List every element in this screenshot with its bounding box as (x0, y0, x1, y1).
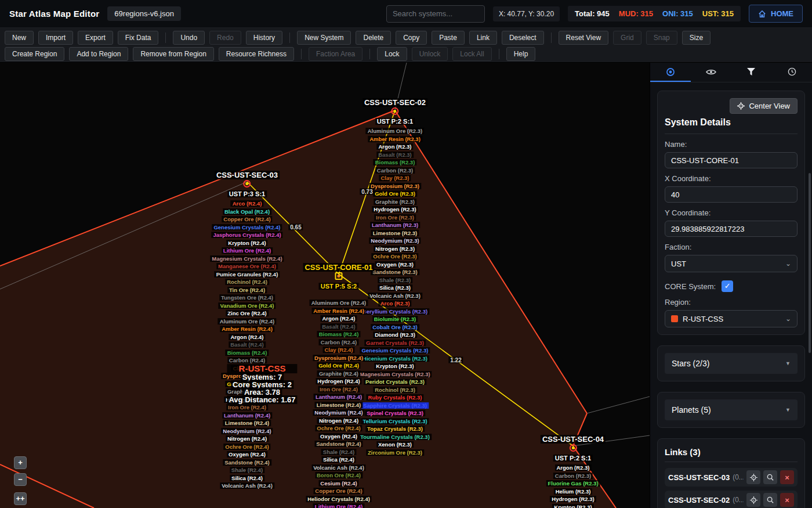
link-distance: (0.... (733, 496, 744, 504)
system-summary: UST P:2 S:1 (541, 455, 606, 462)
core-system-marker[interactable] (335, 272, 343, 280)
resource-item: Silica (R2.4) (210, 474, 284, 482)
toolbar-button-new-system[interactable]: New System (297, 31, 351, 45)
system-css-ust-core-01[interactable]: CSS-UST-CORE-01UST P:5 S:2Aluminum Ore (… (303, 264, 374, 508)
toolbar-button-lock[interactable]: Lock (377, 47, 407, 61)
divider (665, 462, 798, 462)
y-coordinate-input[interactable] (665, 221, 798, 237)
zoom-fit-button[interactable]: ++ (14, 492, 27, 505)
planets-section-header[interactable]: Planets (5) ▼ (665, 399, 798, 420)
system-css-ust-sec-03[interactable]: CSS-UST-SEC-03UST P:3 S:1Arco (R2.4)Blac… (210, 171, 284, 489)
system-name: CSS-UST-SEC-03 (210, 171, 284, 179)
resource-item: Vanadium Ore (R2.4) (210, 301, 284, 309)
sidebar-scrollbar[interactable] (809, 173, 811, 353)
system-marker[interactable] (392, 107, 399, 115)
region-name: R-UST-CSS (227, 364, 297, 373)
toolbar-button-lock-all[interactable]: Lock All (452, 47, 491, 61)
toolbar-button-export[interactable]: Export (78, 31, 113, 45)
resource-item: Hydrogen (R2.3) (541, 495, 606, 503)
zoom-out-button[interactable]: − (14, 473, 27, 486)
toolbar-button-undo[interactable]: Undo (173, 31, 205, 45)
toolbar-button-link[interactable]: Link (469, 31, 497, 45)
resource-item: Limestone (R2.4) (303, 401, 374, 409)
resource-item: Biomass (R2.3) (358, 158, 432, 166)
resource-item: Zinc Ore (R2.4) (210, 309, 284, 317)
x-coordinate-input[interactable] (665, 186, 798, 203)
link-center-button[interactable] (746, 470, 760, 484)
toolbar-button-create-region[interactable]: Create Region (5, 47, 64, 61)
tab-selection[interactable] (650, 63, 691, 82)
toolbar-button-import[interactable]: Import (38, 31, 73, 45)
toolbar-button-add-to-region[interactable]: Add to Region (69, 47, 128, 61)
region-select[interactable]: R-UST-CSS ⌄ (665, 310, 798, 327)
system-css-ust-sec-04[interactable]: CSS-UST-SEC-04UST P:2 S:1Argon (R2.3)Car… (541, 435, 606, 508)
resource-item: Biomass (R2.4) (303, 330, 374, 338)
main-area: CSS-UST-SEC-02UST P:2 S:1Aluminum Ore (R… (0, 63, 812, 508)
chevron-down-icon: ⌄ (785, 260, 791, 268)
faction-label: Faction: (665, 243, 798, 251)
home-button[interactable]: HOME (749, 5, 803, 23)
link-inspect-button[interactable] (763, 470, 777, 484)
tab-history[interactable] (771, 63, 812, 82)
toolbar-button-unlock[interactable]: Unlock (412, 47, 448, 61)
map-canvas[interactable]: CSS-UST-SEC-02UST P:2 S:1Aluminum Ore (R… (0, 63, 650, 508)
resource-item: Sandstone (R2.4) (210, 458, 284, 466)
faction-select[interactable]: UST ⌄ (665, 255, 798, 272)
resource-item: Amber Resin (R2.3) (358, 135, 432, 143)
faction-count-mud: MUD: 315 (619, 9, 653, 18)
resource-item: Heliodor Crystals (R2.4) (303, 495, 374, 503)
resource-item: Hydrogen (R2.3) (358, 205, 432, 213)
resource-item: Tungsten Ore (R2.4) (210, 293, 284, 301)
toolbar-button-resource-richness[interactable]: Resource Richness (219, 47, 294, 61)
toolbar-button-copy[interactable]: Copy (396, 31, 427, 45)
resource-item: Lanthanum (R2.4) (303, 392, 374, 401)
resource-item: Nitrogen (R2.3) (358, 244, 432, 253)
toolbar-button-deselect[interactable]: Deselect (502, 31, 544, 45)
stars-section-header[interactable]: Stars (2/3) ▼ (665, 353, 798, 374)
resource-item: Arco (R2.4) (210, 199, 284, 207)
center-view-button[interactable]: Center View (730, 98, 798, 114)
collapse-arrow-icon: ▼ (785, 361, 791, 366)
resource-item: Graphite (R2.4) (303, 369, 374, 377)
resource-item: Krypton (R2.3) (541, 503, 606, 508)
toolbar-button-delete[interactable]: Delete (356, 31, 391, 45)
toolbar-button-faction-area[interactable]: Faction Area (309, 47, 362, 61)
toolbar-separator (165, 33, 166, 43)
toolbar-button-help[interactable]: Help (506, 47, 536, 61)
chevron-down-icon: ⌄ (785, 315, 791, 323)
tab-visibility[interactable] (691, 63, 731, 82)
toolbar-button-new[interactable]: New (5, 31, 34, 45)
core-system-checkbox[interactable]: ✓ (722, 280, 733, 292)
toolbar-button-size[interactable]: Size (682, 31, 710, 45)
toolbar-button-reset-view[interactable]: Reset View (559, 31, 608, 45)
resource-item: Basalt (R2.4) (210, 340, 284, 348)
toolbar-button-remove-from-region[interactable]: Remove from Region (133, 47, 213, 61)
system-marker[interactable] (244, 180, 251, 188)
toolbar-button-redo[interactable]: Redo (209, 31, 241, 45)
toolbar-button-paste[interactable]: Paste (432, 31, 465, 45)
search-input[interactable] (386, 5, 485, 23)
link-center-button[interactable] (746, 493, 760, 507)
link-delete-button[interactable]: × (780, 493, 794, 507)
zoom-in-button[interactable]: + (14, 456, 27, 469)
collapse-arrow-icon: ▼ (785, 407, 791, 413)
resource-list: Argon (R2.3)Carbon (R2.3)Fluorine Gas (R… (541, 463, 606, 508)
name-input[interactable] (665, 152, 798, 168)
system-name: CSS-UST-CORE-01 (303, 264, 374, 272)
toolbar-button-snap[interactable]: Snap (646, 31, 677, 45)
resource-item: Krypton (R2.4) (210, 239, 284, 247)
toolbar-button-fix-data[interactable]: Fix Data (118, 31, 159, 45)
resource-item: Aluminum Ore (R2.4) (210, 317, 284, 325)
link-inspect-button[interactable] (763, 493, 777, 507)
resource-item: Neodymium (R2.3) (358, 236, 432, 244)
resource-item: Dysprosium (R2.3) (358, 182, 432, 190)
link-delete-button[interactable]: × (780, 470, 794, 484)
system-marker[interactable] (569, 444, 577, 452)
toolbar-button-history[interactable]: History (246, 31, 282, 45)
toolbar-button-grid[interactable]: Grid (613, 31, 641, 45)
tab-filter[interactable] (731, 63, 772, 82)
resource-item: Shale (R2.4) (303, 448, 374, 456)
resource-item: Volcanic Ash (R2.4) (210, 481, 284, 489)
resource-item: Clay (R2.4) (303, 345, 374, 354)
resource-item: Amber Resin (R2.4) (303, 307, 374, 315)
